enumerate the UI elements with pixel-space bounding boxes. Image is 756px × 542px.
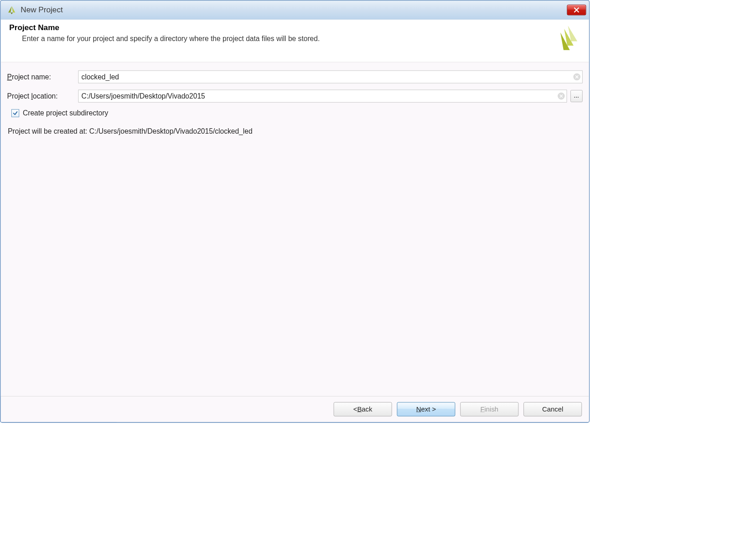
wizard-step-title: Project Name [9,23,544,32]
project-location-row: Project location: ... [7,90,583,103]
create-subdir-label: Create project subdirectory [23,109,108,117]
svg-marker-0 [12,6,16,13]
project-name-row: Project name: [7,70,583,83]
wizard-header-text: Project Name Enter a name for your proje… [9,23,544,43]
wizard-step-description: Enter a name for your project and specif… [9,35,544,43]
back-button[interactable]: < Back [334,402,392,416]
project-location-label: Project location: [7,92,75,100]
cancel-button[interactable]: Cancel [523,402,582,416]
clear-name-button[interactable] [573,73,580,81]
clear-icon [575,75,579,79]
wizard-footer: < Back Next > Finish Cancel [1,396,589,422]
next-button[interactable]: Next > [397,402,455,416]
clear-location-button[interactable] [558,93,565,100]
close-button[interactable] [567,5,586,15]
project-location-input-wrap [78,90,567,103]
checkmark-icon [13,110,18,115]
project-path-summary: Project will be created at: C:/Users/joe… [7,127,583,135]
wizard-header: Project Name Enter a name for your proje… [1,20,589,63]
create-subdir-checkbox[interactable] [11,109,19,117]
svg-marker-2 [10,13,13,15]
project-name-label: Project name: [7,73,75,81]
close-icon [573,7,580,13]
window-title: New Project [21,5,563,15]
project-location-input[interactable] [78,90,567,103]
clear-icon [559,94,563,98]
vivado-app-icon [7,5,16,15]
finish-button: Finish [460,402,518,416]
project-name-input-wrap [78,70,583,83]
form-area: Project name: Project location: ... [1,63,589,396]
dialog-window: New Project Project Name Enter a name fo… [0,0,590,423]
project-name-input[interactable] [78,70,583,83]
browse-location-button[interactable]: ... [570,90,583,102]
title-bar: New Project [1,1,589,20]
vivado-logo-icon [549,23,580,57]
svg-marker-1 [8,6,12,13]
create-subdir-row: Create project subdirectory [7,109,583,117]
